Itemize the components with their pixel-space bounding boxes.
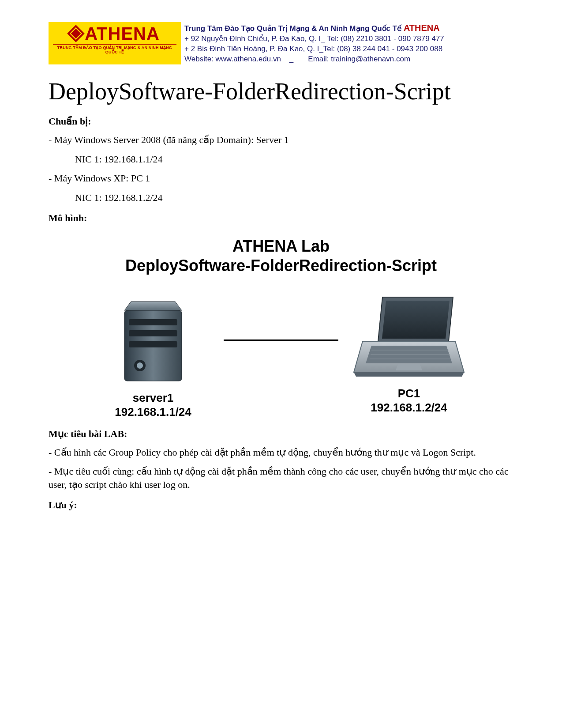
svg-rect-3 (129, 330, 177, 336)
section-prep-label: Chuẩn bị: (49, 116, 513, 127)
logo-name: ATHENA (85, 25, 160, 42)
diagram-title: ATHENA Lab (49, 237, 513, 256)
prep-nic-2: NIC 1: 192.168.1.2/24 (49, 191, 513, 204)
diagram-subtitle: DeploySoftware-FolderRedirection-Script (49, 256, 513, 275)
network-diagram: ATHENA Lab DeploySoftware-FolderRedirect… (49, 237, 513, 419)
svg-marker-0 (124, 302, 182, 310)
header-banner: ATHENA TRUNG TÂM ĐÀO TẠO QUẢN TRỊ MẠNG &… (49, 22, 513, 64)
section-note-label: Lưu ý: (49, 499, 513, 511)
node1-name: server1 (133, 391, 174, 404)
logo-diamond-icon (67, 25, 85, 42)
header-org-name: Trung Tâm Đào Tạo Quản Trị Mạng & An Nin… (184, 24, 404, 33)
svg-point-6 (137, 362, 143, 369)
node2-name: PC1 (398, 387, 420, 400)
svg-marker-14 (396, 364, 422, 370)
page-title: DeploySoftware-FolderRedirection-Script (49, 78, 513, 105)
header-brand: ATHENA (404, 23, 440, 33)
goal-paragraph-2: - Mục tiêu cuối cùng: cấu hình tự động c… (49, 465, 513, 491)
svg-marker-8 (382, 301, 450, 339)
header-address-1: + 92 Nguyễn Đình Chiểu, P. Đa Kao, Q. I_… (184, 34, 513, 44)
section-goal-label: Mục tiêu bài LAB: (49, 428, 513, 440)
prep-line-2: - Máy Windows XP: PC 1 (49, 172, 513, 185)
prep-nic-1: NIC 1: 192.168.1.1/24 (49, 153, 513, 166)
header-info: Trung Tâm Đào Tạo Quản Trị Mạng & An Nin… (181, 22, 513, 64)
header-email: Email: training@athenavn.com (308, 55, 410, 63)
node2-ip: 192.168.1.2/24 (371, 401, 447, 414)
node1-ip: 192.168.1.1/24 (115, 405, 191, 419)
diagram-connector (224, 339, 338, 341)
section-model-label: Mô hình: (49, 212, 513, 224)
goal-paragraph-1: - Cấu hình các Group Policy cho phép cài… (49, 446, 513, 459)
svg-rect-2 (129, 319, 177, 325)
logo-box: ATHENA TRUNG TÂM ĐÀO TẠO QUẢN TRỊ MẠNG &… (49, 22, 181, 64)
logo-subtitle: TRUNG TÂM ĐÀO TẠO QUẢN TRỊ MẠNG & AN NIN… (53, 44, 176, 54)
header-website: Website: www.athena.edu.vn (184, 55, 281, 63)
header-address-2: + 2 Bis Đinh Tiên Hoàng, P. Đa Kao, Q. I… (184, 44, 513, 54)
server-tower-icon (116, 288, 191, 385)
svg-rect-4 (129, 341, 177, 347)
prep-line-1: - Máy Windows Server 2008 (đã nâng cấp D… (49, 133, 513, 147)
svg-marker-15 (354, 372, 464, 377)
diagram-node-server: server1 192.168.1.1/24 (82, 288, 224, 419)
laptop-icon (352, 293, 466, 381)
diagram-node-pc: PC1 192.168.1.2/24 (338, 293, 480, 415)
